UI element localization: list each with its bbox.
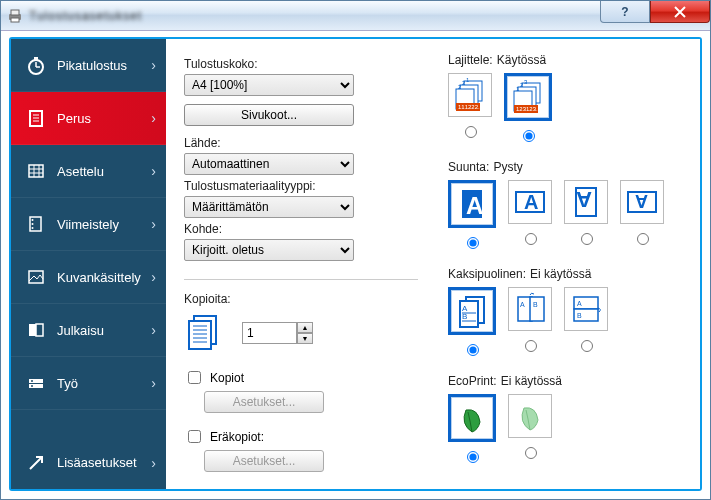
sidebar-item-label: Viimeistely — [57, 217, 151, 232]
sidebar-item-label: Työ — [57, 376, 151, 391]
chevron-right-icon: › — [151, 375, 156, 391]
window-title: Tulostusasetukset — [29, 9, 142, 23]
sidebar-item-publish[interactable]: Julkaisu › — [11, 304, 166, 357]
svg-text:111222...: 111222... — [458, 104, 483, 110]
spin-down-button[interactable]: ▼ — [297, 333, 313, 344]
sidebar-item-label: Kuvankäsittely — [57, 270, 151, 285]
leaf-light-icon — [508, 394, 552, 438]
spin-up-button[interactable]: ▲ — [297, 322, 313, 333]
eco-on-radio[interactable] — [525, 447, 537, 459]
sidebar-item-label: Asettelu — [57, 164, 151, 179]
orientation-label: Suunta: — [448, 160, 489, 174]
duplex-off-icon: AB — [448, 287, 496, 335]
copies-input[interactable] — [242, 322, 297, 344]
orient-portrait[interactable]: A — [448, 180, 496, 249]
layout-icon — [25, 161, 47, 181]
separator — [184, 279, 418, 280]
main-frame: Pikatulostus › Perus › Asettelu › Viimei… — [9, 37, 702, 491]
batch-copies-checkbox[interactable] — [188, 430, 201, 443]
chevron-right-icon: › — [151, 57, 156, 73]
batch-settings-button[interactable]: Asetukset... — [204, 450, 324, 472]
destination-select[interactable]: Kirjoitt. oletus — [184, 239, 354, 261]
orient-portrait-rotated[interactable]: A — [564, 180, 608, 249]
sidebar-item-advanced[interactable]: Lisäasetukset › — [11, 436, 166, 489]
document-icon — [25, 108, 47, 128]
orientation-group: Suunta: Pysty A A A — [448, 160, 682, 249]
sidebar-item-basic[interactable]: Perus › — [11, 92, 166, 145]
svg-text:A: A — [466, 192, 483, 219]
copies-spinner[interactable]: ▲ ▼ — [242, 322, 313, 344]
ecoprint-group: EcoPrint: Ei käytössä — [448, 374, 682, 463]
sidebar-item-job[interactable]: Työ › — [11, 357, 166, 410]
collate-option-on[interactable]: 123123123... — [504, 73, 552, 142]
svg-point-19 — [32, 227, 34, 229]
svg-point-26 — [31, 385, 33, 387]
sidebar-item-imaging[interactable]: Kuvankäsittely › — [11, 251, 166, 304]
orient-portrait-rot-radio[interactable] — [581, 233, 593, 245]
left-column: Tulostuskoko: A4 [100%] Sivukoot... Lähd… — [184, 53, 418, 489]
duplex-long-edge[interactable]: AB — [508, 287, 552, 356]
book-icon — [25, 320, 47, 340]
sidebar-item-finishing[interactable]: Viimeistely › — [11, 198, 166, 251]
sidebar-item-layout[interactable]: Asettelu › — [11, 145, 166, 198]
copies-settings-button[interactable]: Asetukset... — [204, 391, 324, 413]
duplex-group: Kaksipuolinen: Ei käytössä AB AB AB — [448, 267, 682, 356]
orient-landscape-radio[interactable] — [525, 233, 537, 245]
duplex-short-edge[interactable]: AB — [564, 287, 608, 356]
svg-point-17 — [32, 219, 34, 221]
copies-checkbox[interactable] — [188, 371, 201, 384]
collate-on-icon: 123123123... — [504, 73, 552, 121]
duplex-long-radio[interactable] — [525, 340, 537, 352]
copies-checkbox-label: Kopiot — [210, 371, 244, 385]
chevron-right-icon: › — [151, 110, 156, 126]
collate-on-radio[interactable] — [523, 130, 535, 142]
duplex-off-radio[interactable] — [467, 344, 479, 356]
sidebar-item-label: Lisäasetukset — [57, 455, 151, 470]
eco-off-radio[interactable] — [467, 451, 479, 463]
orient-landscape[interactable]: A — [508, 180, 552, 249]
chevron-right-icon: › — [151, 455, 156, 471]
collate-off-icon: 221111222... — [448, 73, 492, 117]
media-type-select[interactable]: Määrittämätön — [184, 196, 354, 218]
print-size-select[interactable]: A4 [100%] — [184, 74, 354, 96]
help-button[interactable]: ? — [600, 1, 650, 23]
sidebar: Pikatulostus › Perus › Asettelu › Viimei… — [11, 39, 166, 489]
duplex-off[interactable]: AB — [448, 287, 496, 356]
duplex-long-icon: AB — [508, 287, 552, 331]
portrait-rotated-icon: A — [564, 180, 608, 224]
svg-rect-4 — [34, 57, 38, 60]
svg-text:A: A — [576, 187, 592, 212]
portrait-icon: A — [448, 180, 496, 228]
svg-rect-28 — [189, 321, 211, 349]
svg-rect-1 — [11, 10, 19, 15]
close-button[interactable] — [650, 1, 710, 23]
collate-option-off[interactable]: 221111222... — [448, 73, 492, 142]
chevron-right-icon: › — [151, 216, 156, 232]
copies-label: Kopioita: — [184, 292, 418, 306]
orientation-value: Pysty — [493, 160, 522, 174]
batch-copies-checkbox-label: Eräkopiot: — [210, 430, 264, 444]
svg-rect-2 — [11, 18, 19, 22]
svg-text:A: A — [520, 301, 525, 308]
sidebar-item-quick[interactable]: Pikatulostus › — [11, 39, 166, 92]
collate-off-radio[interactable] — [465, 126, 477, 138]
source-select[interactable]: Automaattinen — [184, 153, 354, 175]
eco-off[interactable] — [448, 394, 496, 463]
eco-on[interactable] — [508, 394, 552, 463]
ecoprint-value: Ei käytössä — [501, 374, 562, 388]
source-label: Lähde: — [184, 136, 418, 150]
orient-portrait-radio[interactable] — [467, 237, 479, 249]
orient-landscape-rotated[interactable]: A — [620, 180, 664, 249]
duplex-short-radio[interactable] — [581, 340, 593, 352]
svg-point-25 — [31, 380, 33, 382]
orient-landscape-rot-radio[interactable] — [637, 233, 649, 245]
page-sizes-button[interactable]: Sivukoot... — [184, 104, 354, 126]
svg-text:B: B — [577, 312, 582, 319]
ecoprint-label: EcoPrint: — [448, 374, 497, 388]
titlebar: Tulostusasetukset ? — [1, 1, 710, 31]
sidebar-item-label: Perus — [57, 111, 151, 126]
media-type-label: Tulostusmateriaalityyppi: — [184, 179, 418, 193]
content-area: Tulostuskoko: A4 [100%] Sivukoot... Lähd… — [166, 39, 700, 489]
sidebar-item-label: Julkaisu — [57, 323, 151, 338]
collate-group: Lajittele: Käytössä 221111222... 1231231… — [448, 53, 682, 142]
